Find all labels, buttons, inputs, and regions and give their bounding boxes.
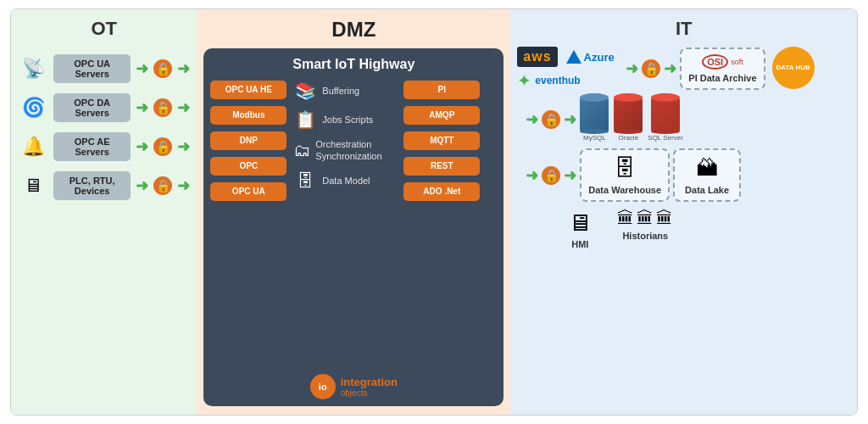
- target-mqtt[interactable]: MQTT: [403, 131, 480, 150]
- feature-orch: 🗂 Orchestration Synchronization: [293, 138, 400, 163]
- data-hub-label: DATA HUB: [776, 64, 810, 72]
- feature-buffering: 📚 Buffering: [293, 81, 359, 101]
- it-zone: IT aws Azure ✦ e: [510, 9, 857, 415]
- lock-plc: 🔒: [153, 176, 172, 195]
- target-rest[interactable]: REST: [403, 157, 480, 176]
- orch-icon: 🗂: [293, 141, 310, 160]
- mysql-db: MySQL: [580, 98, 609, 142]
- plc-icon: 🖥: [18, 170, 48, 201]
- arrow-plc: ➜: [136, 176, 148, 195]
- io-text: integration objects: [341, 376, 398, 398]
- dmz-features: 📚 Buffering 📋 Jobs Scripts 🗂 Orchestrati…: [290, 81, 400, 367]
- hmi-item: 🖥 HMI: [568, 209, 592, 249]
- pi-archive-label: PI Data Archive: [688, 73, 756, 83]
- arrow2-opc-ua: ➜: [177, 59, 190, 78]
- io-logo: io integration objects: [310, 374, 398, 399]
- arrow-opc-ae: ➜: [136, 137, 148, 156]
- dl-box: 🏔 Data Lake: [673, 148, 741, 202]
- ot-devices: 📡 OPC UA Servers ➜ 🔒 ➜ 🌀 OPC DA Servers …: [18, 53, 190, 201]
- it-row-1: aws Azure ✦ eventhub ➜ 🔒: [517, 47, 850, 91]
- target-ado[interactable]: ADO .Net: [403, 182, 480, 201]
- dl-label: Data Lake: [685, 185, 729, 195]
- buffering-icon: 📚: [293, 81, 317, 101]
- feature-jobs: 📋 Jobs Scripts: [293, 109, 373, 130]
- target-amqp[interactable]: AMQP: [403, 106, 480, 125]
- dmz-zone: DMZ Smart IoT Highway OPC UA HE Modbus D…: [197, 9, 510, 415]
- dmz-content: OPC UA HE Modbus DNP OPC OPC UA 📚 Buffer…: [210, 81, 497, 367]
- orch-label: Orchestration Synchronization: [315, 138, 400, 163]
- dw-box: 🗄 Data Warehouse: [580, 148, 670, 202]
- lock-it-db: 🔒: [542, 110, 560, 129]
- buffering-label: Buffering: [322, 85, 359, 97]
- aws-logo: aws: [517, 47, 557, 67]
- ot-device-row: 🔔 OPC AE Servers ➜ 🔒 ➜: [18, 131, 190, 162]
- azure-logo: Azure: [566, 50, 615, 64]
- it-content: aws Azure ✦ eventhub ➜ 🔒: [517, 47, 850, 249]
- lock-it-dw: 🔒: [542, 166, 560, 185]
- jobs-icon: 📋: [293, 109, 317, 130]
- plc-label: PLC, RTU, Devices: [53, 171, 131, 200]
- dmz-inner-box: Smart IoT Highway OPC UA HE Modbus DNP O…: [203, 48, 504, 406]
- dmz-title: DMZ: [331, 18, 376, 42]
- dmz-protocols: OPC UA HE Modbus DNP OPC OPC UA: [210, 81, 287, 367]
- it-row-2: ➜ 🔒 ➜ MySQL: [517, 98, 850, 142]
- arrow2-plc: ➜: [177, 176, 190, 195]
- protocol-dnp[interactable]: DNP: [210, 131, 287, 150]
- opc-ua-icon: 📡: [18, 53, 48, 84]
- ot-device-row: 🌀 OPC DA Servers ➜ 🔒 ➜: [18, 92, 190, 123]
- arrow2-it-db: ➜: [564, 110, 576, 129]
- arrow2-opc-ae: ➜: [177, 137, 190, 156]
- protocol-opc-ua-he[interactable]: OPC UA HE: [210, 81, 287, 99]
- protocol-modbus[interactable]: Modbus: [210, 106, 287, 125]
- hmi-label: HMI: [571, 239, 588, 249]
- ot-title: OT: [91, 18, 117, 40]
- arrow2-it-pi: ➜: [664, 59, 676, 78]
- io-icon: io: [310, 374, 336, 399]
- historians-icons: 🏛 🏛 🏛: [617, 209, 673, 228]
- hmi-icon: 🖥: [568, 209, 592, 237]
- arrow2-opc-da: ➜: [177, 98, 190, 117]
- jobs-label: Jobs Scripts: [322, 114, 373, 126]
- arrow-opc-ua: ➜: [136, 59, 148, 78]
- arrow2-it-dw: ➜: [564, 166, 576, 185]
- dw-label: Data Warehouse: [588, 185, 661, 195]
- pi-archive-box: OSI soft PI Data Archive: [680, 47, 765, 90]
- historians-label: Historians: [622, 231, 668, 241]
- opc-ae-icon: 🔔: [18, 131, 48, 162]
- opc-da-icon: 🌀: [18, 92, 48, 123]
- opc-ua-label: OPC UA Servers: [53, 54, 131, 83]
- historians-item: 🏛 🏛 🏛 Historians: [617, 209, 673, 241]
- protocol-opc-ua[interactable]: OPC UA: [210, 182, 287, 201]
- arrow-opc-da: ➜: [136, 98, 148, 117]
- lock-it-pi: 🔒: [642, 59, 660, 78]
- ot-zone: OT 📡 OPC UA Servers ➜ 🔒 ➜ 🌀 OPC DA Serve…: [11, 9, 197, 415]
- lock-opc-ae: 🔒: [153, 137, 172, 156]
- lock-opc-ua: 🔒: [153, 59, 172, 78]
- data-model-icon: 🗄: [293, 171, 317, 191]
- protocol-opc[interactable]: OPC: [210, 157, 287, 176]
- it-row-dw: ➜ 🔒 ➜ 🗄 Data Warehouse 🏔 Data Lake: [517, 148, 850, 202]
- oracle-db: Oracle: [614, 98, 643, 142]
- data-hub: DATA HUB: [772, 47, 815, 89]
- target-pi[interactable]: PI: [403, 81, 480, 99]
- ot-device-row: 🖥 PLC, RTU, Devices ➜ 🔒 ➜: [18, 170, 190, 201]
- arrow-it-dw: ➜: [526, 166, 538, 185]
- dmz-inner-title: Smart IoT Highway: [292, 57, 415, 72]
- lock-opc-da: 🔒: [153, 98, 172, 117]
- diagram: OT 📡 OPC UA Servers ➜ 🔒 ➜ 🌀 OPC DA Serve…: [10, 8, 858, 416]
- it-title: IT: [676, 18, 693, 40]
- sqlserver-db: SQL Server: [648, 98, 683, 142]
- arrow-it-pi: ➜: [626, 59, 638, 78]
- ot-device-row: 📡 OPC UA Servers ➜ 🔒 ➜: [18, 53, 190, 84]
- opc-ae-label: OPC AE Servers: [53, 132, 131, 161]
- osisoft-logo: OSI soft: [702, 54, 743, 70]
- opc-da-label: OPC DA Servers: [53, 93, 131, 122]
- dmz-targets: PI AMQP MQTT REST ADO .Net: [403, 81, 480, 367]
- feature-data-model: 🗄 Data Model: [293, 171, 370, 191]
- it-row-hmi: 🖥 HMI 🏛 🏛 🏛 Historians: [517, 209, 850, 249]
- data-model-label: Data Model: [322, 175, 370, 187]
- db-group: MySQL Oracle: [580, 98, 683, 142]
- arrow-it-db: ➜: [526, 110, 538, 129]
- eventhub-logo: ✦ eventhub: [517, 70, 580, 91]
